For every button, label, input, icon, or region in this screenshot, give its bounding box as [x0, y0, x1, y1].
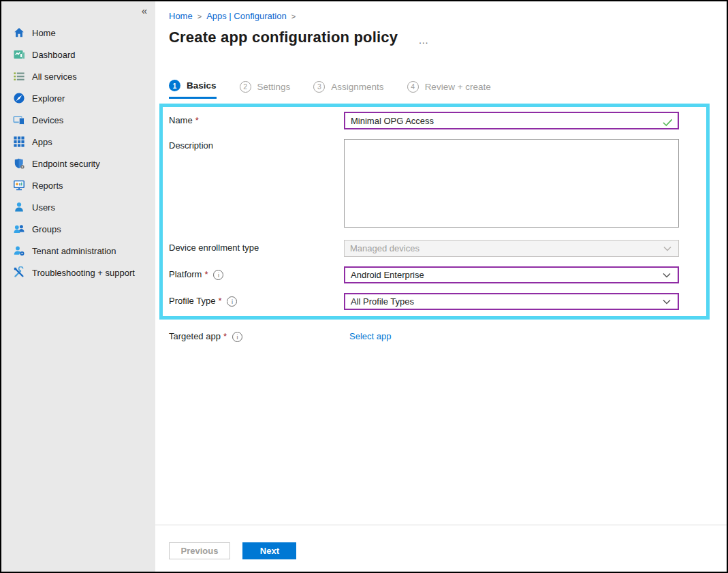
profile-type-label: Profile Type *: [169, 293, 344, 310]
select-app-link[interactable]: Select app: [349, 328, 391, 341]
profile-type-row: Profile Type * All Profile Types: [169, 293, 706, 310]
dropdown-value: Managed devices: [350, 243, 420, 253]
step-number: 3: [313, 81, 325, 93]
sidebar-item-users[interactable]: Users: [1, 196, 155, 218]
collapse-sidebar-icon[interactable]: «: [142, 5, 147, 16]
endpoint-security-icon: [13, 157, 25, 170]
chevron-down-icon: [663, 246, 671, 251]
troubleshooting-support-icon: [13, 266, 25, 279]
field-label: Profile Type: [169, 296, 215, 306]
sidebar-item-groups[interactable]: Groups: [1, 218, 155, 240]
home-icon: [13, 27, 25, 39]
wizard-steps: 1 Basics 2 Settings 3 Assignments 4 Revi…: [169, 80, 727, 99]
sidebar-item-label: Tenant administration: [32, 246, 116, 256]
more-options-icon[interactable]: …: [418, 30, 429, 46]
device-enrollment-type-dropdown: Managed devices: [344, 240, 679, 257]
sidebar-item-label: Devices: [32, 115, 63, 125]
devices-icon: [13, 114, 25, 126]
apps-icon: [13, 136, 25, 148]
tenant-administration-icon: [13, 245, 25, 257]
sidebar-item-label: Endpoint security: [32, 159, 100, 169]
sidebar-item-endpoint-security[interactable]: Endpoint security: [1, 153, 155, 174]
sidebar-item-apps[interactable]: Apps: [1, 131, 155, 153]
groups-icon: [13, 223, 25, 235]
device-enrollment-type-row: Device enrollment type Managed devices: [169, 240, 706, 257]
title-row: Create app configuration policy …: [169, 29, 727, 46]
name-label: Name *: [169, 112, 344, 129]
sidebar-item-label: Reports: [32, 181, 63, 191]
sidebar-item-tenant-administration[interactable]: Tenant administration: [1, 240, 155, 262]
step-number: 1: [169, 80, 180, 91]
sidebar-item-dashboard[interactable]: Dashboard: [1, 44, 155, 65]
dropdown-value: Android Enterprise: [351, 270, 424, 280]
targeted-app-row: Targeted app * Select app: [169, 328, 727, 342]
sidebar-item-label: All services: [32, 72, 77, 82]
breadcrumb-home-link[interactable]: Home: [169, 11, 193, 21]
breadcrumb-separator: >: [197, 12, 202, 20]
wizard-footer: Previous Next: [155, 525, 727, 572]
description-field-row: Description: [169, 139, 706, 228]
next-button[interactable]: Next: [242, 542, 296, 559]
sidebar-item-home[interactable]: Home: [1, 22, 155, 44]
sidebar-item-label: Users: [32, 202, 55, 213]
sidebar-item-devices[interactable]: Devices: [1, 109, 155, 131]
info-icon[interactable]: [232, 332, 242, 342]
sidebar: « Home Dashboard All services Explorer D…: [1, 1, 155, 572]
platform-dropdown[interactable]: Android Enterprise: [344, 266, 679, 283]
main-pane: Home > Apps | Configuration > Create app…: [155, 1, 727, 572]
users-icon: [13, 201, 25, 213]
tab-settings[interactable]: 2 Settings: [240, 80, 291, 99]
step-label: Basics: [187, 80, 217, 91]
breadcrumb-separator: >: [291, 12, 296, 20]
platform-row: Platform * Android Enterprise: [169, 266, 706, 283]
chevron-down-icon: [663, 273, 671, 278]
field-label: Device enrollment type: [169, 243, 259, 253]
sidebar-item-label: Apps: [32, 137, 52, 147]
sidebar-item-explorer[interactable]: Explorer: [1, 87, 155, 109]
explorer-icon: [13, 92, 25, 104]
field-label: Name: [169, 115, 193, 125]
sidebar-item-label: Dashboard: [32, 50, 76, 60]
sidebar-item-reports[interactable]: Reports: [1, 174, 155, 196]
content: Home > Apps | Configuration > Create app…: [155, 1, 727, 342]
sidebar-item-label: Troubleshooting + support: [32, 268, 135, 278]
step-number: 4: [407, 81, 419, 93]
sidebar-item-troubleshooting-support[interactable]: Troubleshooting + support: [1, 262, 155, 283]
sidebar-item-label: Groups: [32, 224, 61, 234]
description-label: Description: [169, 139, 344, 228]
app-window: « Home Dashboard All services Explorer D…: [0, 0, 728, 573]
tab-review-create[interactable]: 4 Review + create: [407, 80, 491, 99]
info-icon[interactable]: [227, 296, 237, 307]
breadcrumb: Home > Apps | Configuration >: [169, 11, 727, 21]
name-input[interactable]: [345, 116, 678, 126]
device-enrollment-type-label: Device enrollment type: [169, 240, 344, 257]
sidebar-item-label: Explorer: [32, 93, 65, 104]
profile-type-dropdown[interactable]: All Profile Types: [344, 293, 679, 310]
tab-basics[interactable]: 1 Basics: [169, 80, 217, 99]
platform-label: Platform *: [169, 266, 344, 283]
dropdown-value: All Profile Types: [351, 296, 414, 307]
name-field-row: Name *: [169, 112, 706, 129]
description-textarea[interactable]: [344, 139, 679, 228]
form-highlight-box: Name * Description: [159, 104, 710, 320]
info-icon[interactable]: [213, 270, 223, 280]
step-label: Review + create: [425, 82, 491, 92]
required-asterisk: *: [195, 115, 199, 125]
required-asterisk: *: [223, 331, 227, 341]
tab-assignments[interactable]: 3 Assignments: [313, 80, 383, 99]
all-services-icon: [13, 70, 25, 82]
step-number: 2: [240, 81, 251, 93]
dashboard-icon: [13, 48, 25, 61]
step-label: Assignments: [331, 82, 383, 92]
field-label: Targeted app: [169, 331, 221, 341]
name-input-wrapper: [344, 112, 679, 129]
sidebar-item-all-services[interactable]: All services: [1, 65, 155, 87]
targeted-app-label: Targeted app *: [169, 328, 344, 342]
required-asterisk: *: [218, 296, 221, 306]
breadcrumb-apps-configuration-link[interactable]: Apps | Configuration: [206, 11, 287, 21]
valid-check-icon: [663, 117, 673, 129]
chevron-down-icon: [663, 299, 671, 305]
page-title: Create app configuration policy: [169, 29, 398, 46]
previous-button[interactable]: Previous: [169, 542, 230, 559]
field-label: Description: [169, 140, 213, 151]
